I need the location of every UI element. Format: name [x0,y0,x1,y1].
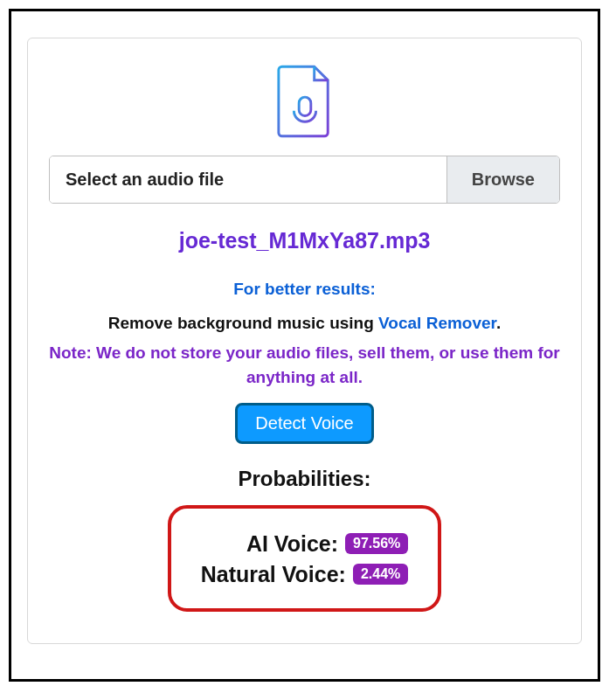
privacy-note: Note: We do not store your audio files, … [49,341,560,391]
selected-filename: joe-test_M1MxYa87.mp3 [49,228,560,253]
browse-button[interactable]: Browse [446,156,559,203]
results-highlight-box: AI Voice: 97.56% Natural Voice: 2.44% [168,505,442,612]
hint-text: Remove background music using [108,314,378,332]
ai-voice-row: AI Voice: 97.56% [201,531,409,557]
window-frame: Browse joe-test_M1MxYa87.mp3 For better … [9,9,600,682]
natural-voice-label: Natural Voice: [201,562,346,587]
natural-voice-row: Natural Voice: 2.44% [201,562,409,587]
ai-voice-label: AI Voice: [246,531,338,557]
ai-voice-badge: 97.56% [345,533,408,554]
probabilities-title: Probabilities: [49,467,560,491]
natural-voice-badge: 2.44% [353,564,408,585]
vocal-remover-link[interactable]: Vocal Remover [378,314,496,332]
detect-voice-button[interactable]: Detect Voice [235,403,373,444]
hint-title: For better results: [49,280,560,299]
audio-file-icon [49,65,560,138]
main-card: Browse joe-test_M1MxYa87.mp3 For better … [27,38,582,644]
hint-punct: . [496,314,501,332]
file-picker[interactable]: Browse [49,156,560,204]
file-input[interactable] [50,156,446,203]
hint-line: Remove background music using Vocal Remo… [49,311,560,336]
svg-rect-0 [299,97,311,115]
